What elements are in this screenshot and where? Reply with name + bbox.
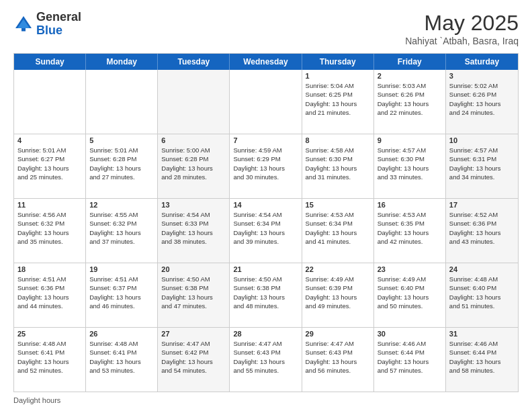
- cell-line: Daylight: 13 hours: [306, 357, 370, 366]
- cell-line: Sunrise: 5:01 AM: [89, 146, 154, 154]
- cell-line: Sunrise: 4:52 AM: [449, 210, 515, 219]
- cell-line: Sunrise: 5:00 AM: [161, 146, 226, 154]
- cell-line: Daylight: 13 hours: [449, 228, 515, 237]
- cell-line: Sunset: 6:25 PM: [306, 90, 370, 99]
- cell-line: Sunrise: 4:48 AM: [89, 339, 154, 348]
- cell-line: Sunset: 6:39 PM: [306, 283, 370, 292]
- cell-line: and 21 minutes.: [306, 108, 370, 117]
- day-cell-23: 23Sunrise: 4:49 AMSunset: 6:40 PMDayligh…: [374, 263, 446, 327]
- day-number: 20: [161, 265, 226, 273]
- cell-line: Sunset: 6:36 PM: [17, 283, 82, 292]
- cell-line: and 42 minutes.: [378, 237, 442, 246]
- day-number: 22: [306, 265, 370, 273]
- header: General Blue May 2025 Nahiyat `Atbah, Ba…: [13, 11, 519, 46]
- cell-line: Sunrise: 5:01 AM: [17, 146, 82, 154]
- cell-line: Sunrise: 4:47 AM: [161, 339, 226, 348]
- header-day-tuesday: Tuesday: [158, 54, 230, 70]
- cell-line: Sunset: 6:44 PM: [378, 348, 442, 357]
- cell-line: Sunrise: 4:47 AM: [233, 339, 298, 348]
- cell-line: and 24 minutes.: [449, 108, 515, 117]
- cell-line: Daylight: 13 hours: [306, 228, 370, 237]
- header-day-sunday: Sunday: [14, 54, 86, 70]
- day-number: 4: [17, 136, 82, 144]
- cell-line: Sunset: 6:29 PM: [233, 154, 298, 163]
- day-number: 29: [306, 330, 370, 338]
- cell-line: Sunset: 6:40 PM: [378, 283, 442, 292]
- cell-line: Sunset: 6:30 PM: [306, 154, 370, 163]
- cell-line: Daylight: 13 hours: [89, 357, 154, 366]
- cell-line: Daylight: 13 hours: [89, 228, 154, 237]
- day-number: 3: [449, 72, 515, 80]
- day-cell-27: 27Sunrise: 4:47 AMSunset: 6:42 PMDayligh…: [158, 328, 230, 392]
- cell-line: Daylight: 13 hours: [17, 293, 82, 302]
- cell-line: Sunset: 6:26 PM: [449, 90, 515, 99]
- logo-blue: Blue: [36, 24, 62, 37]
- cell-line: and 38 minutes.: [161, 237, 226, 246]
- cell-line: Sunset: 6:42 PM: [161, 348, 226, 357]
- cell-line: Sunrise: 4:54 AM: [233, 210, 298, 219]
- cell-line: Sunrise: 4:50 AM: [233, 275, 298, 283]
- cell-line: Sunset: 6:34 PM: [306, 219, 370, 228]
- cell-line: and 37 minutes.: [89, 237, 154, 246]
- cell-line: Sunset: 6:43 PM: [233, 348, 298, 357]
- cell-line: and 47 minutes.: [161, 302, 226, 310]
- cell-line: and 31 minutes.: [306, 173, 370, 181]
- day-number: 10: [449, 136, 515, 144]
- day-number: 30: [378, 330, 442, 338]
- day-cell-28: 28Sunrise: 4:47 AMSunset: 6:43 PMDayligh…: [230, 328, 302, 392]
- calendar-row-4: 25Sunrise: 4:48 AMSunset: 6:41 PMDayligh…: [14, 327, 518, 392]
- location-subtitle: Nahiyat `Atbah, Basra, Iraq: [405, 36, 519, 46]
- header-day-friday: Friday: [374, 54, 446, 70]
- cell-line: and 44 minutes.: [17, 302, 82, 310]
- cell-line: and 33 minutes.: [378, 173, 442, 181]
- cell-line: Daylight: 13 hours: [306, 99, 370, 108]
- cell-line: Daylight: 13 hours: [89, 293, 154, 302]
- cell-line: Daylight: 13 hours: [161, 357, 226, 366]
- cell-line: Sunset: 6:38 PM: [233, 283, 298, 292]
- calendar-row-3: 18Sunrise: 4:51 AMSunset: 6:36 PMDayligh…: [14, 263, 518, 327]
- day-number: 21: [233, 265, 298, 273]
- day-cell-24: 24Sunrise: 4:48 AMSunset: 6:40 PMDayligh…: [446, 263, 518, 327]
- day-cell-25: 25Sunrise: 4:48 AMSunset: 6:41 PMDayligh…: [14, 328, 86, 392]
- cell-line: Sunrise: 4:48 AM: [17, 339, 82, 348]
- cell-line: and 49 minutes.: [306, 302, 370, 310]
- cell-line: Sunset: 6:32 PM: [89, 219, 154, 228]
- cell-line: Sunrise: 5:03 AM: [378, 81, 442, 90]
- cell-line: Sunrise: 4:53 AM: [378, 210, 442, 219]
- cell-line: Sunset: 6:44 PM: [449, 348, 515, 357]
- logo-icon: [13, 14, 34, 34]
- cell-line: and 41 minutes.: [306, 237, 370, 246]
- cell-line: Daylight: 13 hours: [378, 228, 442, 237]
- day-number: 5: [89, 136, 154, 144]
- logo-general: General: [36, 10, 81, 24]
- cell-line: Daylight: 13 hours: [233, 228, 298, 237]
- day-cell-8: 8Sunrise: 4:58 AMSunset: 6:30 PMDaylight…: [302, 134, 374, 198]
- logo-text: General Blue: [36, 11, 81, 38]
- cell-line: and 25 minutes.: [17, 173, 82, 181]
- cell-line: and 57 minutes.: [378, 366, 442, 375]
- cell-line: Sunset: 6:30 PM: [378, 154, 442, 163]
- day-number: 14: [233, 201, 298, 209]
- day-cell-13: 13Sunrise: 4:54 AMSunset: 6:33 PMDayligh…: [158, 199, 230, 263]
- day-cell-31: 31Sunrise: 4:46 AMSunset: 6:44 PMDayligh…: [446, 328, 518, 392]
- svg-rect-2: [21, 28, 26, 32]
- page: General Blue May 2025 Nahiyat `Atbah, Ba…: [0, 0, 532, 411]
- day-cell-17: 17Sunrise: 4:52 AMSunset: 6:36 PMDayligh…: [446, 199, 518, 263]
- month-title: May 2025: [405, 11, 519, 36]
- cell-line: Sunrise: 4:49 AM: [378, 275, 442, 283]
- cell-line: and 27 minutes.: [89, 173, 154, 181]
- day-number: 15: [306, 201, 370, 209]
- day-number: 18: [17, 265, 82, 273]
- day-cell-22: 22Sunrise: 4:49 AMSunset: 6:39 PMDayligh…: [302, 263, 374, 327]
- header-day-thursday: Thursday: [302, 54, 374, 70]
- cell-line: and 28 minutes.: [161, 173, 226, 181]
- cell-line: Sunrise: 4:51 AM: [89, 275, 154, 283]
- logo: General Blue: [13, 11, 81, 38]
- day-number: 26: [89, 330, 154, 338]
- cell-line: and 52 minutes.: [17, 366, 82, 375]
- cell-line: Daylight: 13 hours: [233, 164, 298, 173]
- cell-line: Sunset: 6:36 PM: [449, 219, 515, 228]
- cell-line: Sunset: 6:35 PM: [378, 219, 442, 228]
- cell-line: Sunrise: 5:02 AM: [449, 81, 515, 90]
- day-number: 17: [449, 201, 515, 209]
